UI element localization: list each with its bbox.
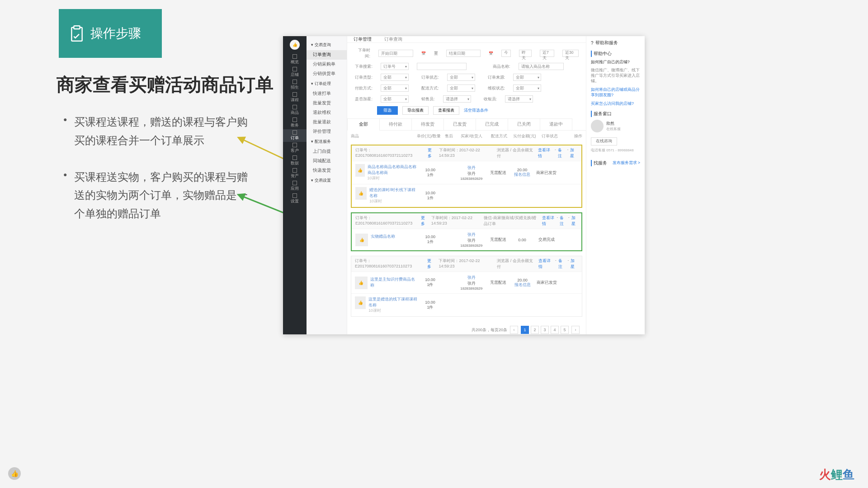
publish-request-link[interactable]: 发布服务需求 >	[613, 160, 640, 166]
order-more-link[interactable]: 更多	[421, 215, 428, 227]
pager-page[interactable]: 5	[561, 326, 569, 334]
amount-sub-link[interactable]: 报名信息	[510, 172, 534, 178]
tab-退款中[interactable]: 退款中	[540, 118, 572, 130]
subnav-item[interactable]: 快递发货	[307, 166, 347, 175]
order-action-link[interactable]: 备注	[558, 258, 566, 270]
subnav-item[interactable]: 分销供货单	[307, 69, 347, 79]
search-input[interactable]	[417, 63, 467, 70]
buyer-info: 张丹张丹18283892829	[457, 165, 486, 181]
pager-page[interactable]: 1	[521, 326, 529, 334]
quick-7d[interactable]: 近7天	[540, 50, 554, 57]
nav-招生[interactable]: 招生	[283, 79, 307, 91]
nav-概览[interactable]: 概览	[283, 53, 307, 66]
pay-select[interactable]: 全部	[381, 84, 409, 92]
order-action-link[interactable]: 备注	[558, 147, 566, 159]
order-action-link[interactable]: 加星	[570, 147, 578, 159]
subnav-item[interactable]: 上门自提	[307, 147, 347, 156]
date-to-input[interactable]: 结束日期	[446, 50, 481, 57]
product-name[interactable]: 这里是主知识付费商品名称	[370, 277, 418, 288]
product-thumb-icon: 👍	[355, 277, 368, 289]
quick-today[interactable]: 今	[501, 50, 511, 57]
app-logo-icon[interactable]: 👍	[290, 40, 300, 50]
pager-page[interactable]: 3	[541, 326, 549, 334]
rights-select[interactable]: 全部	[513, 84, 541, 92]
help-q3-link[interactable]: 买家怎么访问我的店铺?	[591, 101, 640, 107]
quick-30d[interactable]: 近30天	[562, 50, 579, 57]
help-panel: ?帮助和服务 帮助中心 如何推广自己的店铺? 微信推广、微博推广、线下推广等方式…	[586, 36, 645, 334]
order-action-link[interactable]: 加星	[571, 258, 578, 270]
nav-商品[interactable]: 商品	[283, 104, 307, 117]
nav-资产[interactable]: 资产	[283, 167, 307, 180]
nav-icon	[292, 193, 297, 198]
subnav-item[interactable]: 批量发货	[307, 99, 347, 108]
product-name[interactable]: 商品名称商品名称商品名称商品名称商	[368, 164, 418, 176]
report-button[interactable]: 查看报表	[433, 106, 459, 115]
calendar-icon[interactable]: 📅	[421, 52, 426, 56]
filter-sales-label: 销售员:	[421, 96, 435, 102]
pager-prev[interactable]: ‹	[510, 326, 518, 334]
tab-待付款[interactable]: 待付款	[379, 118, 412, 130]
order-status-select[interactable]: 全部	[447, 74, 475, 81]
nav-客户[interactable]: 客户	[283, 142, 307, 155]
order-source-select[interactable]: 全部	[513, 74, 541, 81]
chat-button[interactable]: 在线咨询	[591, 137, 617, 145]
deliver-select[interactable]: 全部	[447, 84, 475, 92]
nav-店铺[interactable]: 店铺	[283, 66, 307, 79]
subnav-item[interactable]: 快速打单	[307, 89, 347, 99]
star-select[interactable]: 全部	[381, 95, 409, 103]
order-more-link[interactable]: 更多	[427, 258, 435, 270]
subnav-item[interactable]: 分销采购单	[307, 60, 347, 69]
filter-button[interactable]: 筛选	[377, 106, 398, 115]
product-name[interactable]: 这里是赠送的线下课程课程名称	[368, 296, 418, 308]
product-name[interactable]: 赠送的课时/时长线下课程名称	[369, 187, 418, 199]
calendar-icon[interactable]: 📅	[489, 52, 493, 56]
nav-订单[interactable]: 订单	[283, 129, 307, 142]
goods-name-input[interactable]: 请输入商品名称	[519, 63, 564, 70]
tab-全部[interactable]: 全部	[347, 118, 380, 131]
subnav-item[interactable]: 退款维权	[307, 108, 347, 117]
subnav-group[interactable]: ▾ 交易查询	[307, 40, 347, 50]
subnav-item[interactable]: 订单查询	[307, 50, 347, 60]
export-button[interactable]: 导出报表	[402, 106, 429, 115]
order-action-link[interactable]: 查看详情	[538, 147, 553, 159]
quick-yesterday[interactable]: 昨天	[519, 50, 532, 57]
nav-课程[interactable]: 课程	[283, 91, 307, 104]
subnav-item[interactable]: 批量退款	[307, 117, 347, 127]
subnav-group[interactable]: ▾ 订单处理	[307, 79, 347, 89]
clear-filter-link[interactable]: 清空筛选条件	[464, 108, 488, 113]
phone-service: 电话客服 0571 - 89988848	[591, 148, 640, 153]
tab-已发货[interactable]: 已发货	[443, 118, 476, 130]
order-action-link[interactable]: 查看详情	[542, 215, 555, 227]
order-action-link[interactable]: 查看详情	[538, 258, 553, 270]
nav-设置[interactable]: 设置	[283, 192, 307, 205]
amount-sub-link[interactable]: 报名信息	[510, 282, 535, 288]
nav-教务[interactable]: 教务	[283, 117, 307, 129]
subnav-group[interactable]: ▾ 配送服务	[307, 136, 347, 147]
slide-header: 操作步骤	[59, 9, 162, 58]
subnav-item[interactable]: 同城配送	[307, 156, 347, 166]
col-after: 售后	[441, 133, 456, 139]
tab-待发货[interactable]: 待发货	[411, 118, 444, 130]
tab-已完成[interactable]: 已完成	[476, 118, 508, 130]
order-action-link[interactable]: 备注	[560, 215, 566, 227]
subnav-item[interactable]: 评价管理	[307, 127, 347, 136]
order-action-link[interactable]: 加星	[571, 215, 578, 227]
pager-next[interactable]: ›	[571, 326, 580, 334]
help-q2-link[interactable]: 如何将自己的店铺或商品分享到朋友圈?	[591, 87, 640, 98]
cashier-select[interactable]: 请选择	[505, 95, 533, 103]
nav-icon	[292, 181, 297, 185]
nav-数据[interactable]: 数据	[283, 155, 307, 167]
nav-应用[interactable]: 应用	[283, 180, 307, 192]
order-type-select[interactable]: 全部	[381, 74, 409, 81]
subnav-group[interactable]: ▾ 交易设置	[307, 175, 347, 186]
date-from-input[interactable]: 开始日期	[378, 50, 413, 57]
tab-已关闭[interactable]: 已关闭	[508, 118, 540, 130]
order-more-link[interactable]: 更多	[428, 147, 435, 159]
search-type-select[interactable]: 订单号	[381, 63, 409, 70]
filter-panel: 下单时间: 开始日期 📅 至 结束日期 📅 今 昨天 近7天 近30天 下单搜索…	[347, 42, 586, 118]
nav-icon	[292, 155, 297, 160]
pager-page[interactable]: 4	[551, 326, 559, 334]
pager-page[interactable]: 2	[531, 326, 539, 334]
product-name[interactable]: 实物赠品名称	[371, 234, 395, 239]
sales-select[interactable]: 请选择	[443, 95, 471, 103]
